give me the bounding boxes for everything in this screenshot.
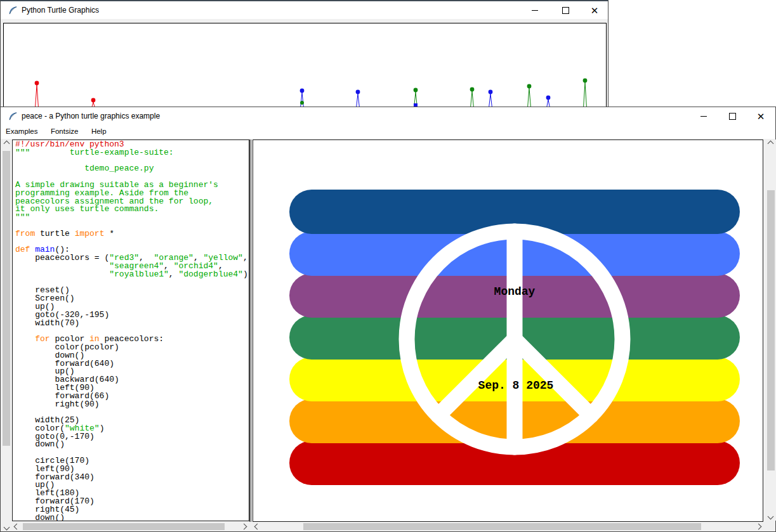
turtle-figure-dot — [489, 90, 493, 94]
scrollbar-thumb[interactable] — [767, 190, 775, 470]
chevron-down-icon — [3, 524, 10, 531]
canvas-horizontal-scrollbar[interactable] — [253, 522, 763, 531]
scroll-down-button[interactable] — [765, 512, 776, 521]
turtle-figure-dot — [91, 98, 96, 103]
code-line: tdemo_peace.py — [15, 165, 249, 173]
peace-drawing: Monday Sep. 8 2025 — [253, 140, 763, 521]
turtle-figure-dot — [583, 79, 588, 83]
code-line: """ — [15, 214, 249, 222]
turtle-figure-stem — [489, 94, 492, 108]
minimize-button[interactable] — [525, 1, 544, 19]
chevron-up-icon — [3, 141, 10, 147]
code-vertical-scrollbar[interactable] — [1, 139, 11, 531]
turtle-figure-stem — [528, 88, 531, 108]
window-title: peace - a Python turtle graphics example — [22, 107, 160, 125]
turtle-figure-stem — [584, 82, 587, 108]
close-button[interactable]: ✕ — [585, 1, 604, 19]
chevron-left-icon — [13, 524, 20, 530]
tk-feather-icon — [8, 6, 18, 15]
chevron-right-icon — [755, 524, 761, 530]
scroll-left-button[interactable] — [12, 522, 21, 531]
scroll-right-button[interactable] — [239, 522, 248, 531]
code-line: down() — [15, 514, 249, 521]
turtle-figure-dot — [414, 88, 418, 93]
turtle-drawing-canvas[interactable]: Monday Sep. 8 2025 — [253, 139, 763, 522]
turtle-figure-dot — [300, 89, 305, 93]
turtle-figure-dot — [35, 81, 39, 86]
turtle-figure-stem — [301, 93, 304, 108]
turtle-figure-dot — [300, 101, 304, 105]
scroll-left-button[interactable] — [253, 522, 261, 531]
source-code-text: #!/usr/bin/env python3""" turtle-example… — [13, 140, 249, 521]
pane-divider[interactable] — [249, 139, 251, 522]
menu-fontsize[interactable]: Fontsize — [46, 125, 83, 139]
turtle-figure-dot — [356, 90, 360, 94]
chevron-left-icon — [254, 524, 260, 530]
minimize-button[interactable] — [694, 107, 713, 125]
titlebar[interactable]: Python Turtle Graphics ✕ — [1, 1, 608, 19]
source-code-pane[interactable]: #!/usr/bin/env python3""" turtle-example… — [12, 139, 249, 521]
turtle-figure-dot — [527, 84, 532, 89]
code-line: right(90) — [15, 401, 249, 409]
code-line: """ turtle-example-suite: — [15, 149, 249, 157]
code-line: "royalblue1", "dodgerblue4") — [15, 271, 249, 279]
scroll-right-button[interactable] — [754, 522, 763, 531]
date-label: Sep. 8 2025 — [478, 379, 554, 392]
demo-content-area: #!/usr/bin/env python3""" turtle-example… — [1, 139, 775, 531]
code-horizontal-scrollbar[interactable] — [12, 522, 249, 531]
scrollbar-thumb[interactable] — [23, 523, 225, 530]
scroll-down-button[interactable] — [1, 523, 11, 531]
code-line: it only uses turtle commands. — [15, 205, 249, 214]
chevron-down-icon — [768, 514, 774, 520]
canvas-vertical-scrollbar[interactable] — [765, 139, 776, 521]
close-icon: ✕ — [757, 112, 765, 121]
turtle-figure-stem — [471, 91, 474, 108]
scrollbar-thumb[interactable] — [3, 151, 10, 446]
menu-bar: Examples Fontsize Help — [1, 125, 775, 139]
tk-feather-icon — [8, 112, 18, 121]
turtle-figure-stem — [357, 94, 360, 108]
code-line: down() — [15, 441, 249, 449]
window-peace-demo: peace - a Python turtle graphics example… — [0, 107, 776, 532]
turtle-figures-drawing — [4, 23, 606, 108]
minimize-icon — [532, 10, 538, 11]
chevron-up-icon — [768, 141, 774, 147]
window-title: Python Turtle Graphics — [22, 1, 99, 19]
maximize-icon — [729, 113, 736, 120]
menu-help[interactable]: Help — [86, 125, 112, 139]
menu-examples[interactable]: Examples — [1, 125, 43, 139]
turtle-figure-dot — [546, 96, 551, 100]
maximize-button[interactable] — [723, 107, 742, 125]
code-line: from turtle import * — [15, 230, 249, 238]
turtle-figure-dot — [470, 88, 475, 92]
minimize-icon — [700, 116, 707, 117]
scroll-up-button[interactable] — [765, 139, 776, 148]
scroll-up-button[interactable] — [1, 139, 11, 148]
scrollbar-thumb[interactable] — [303, 523, 701, 530]
maximize-icon — [562, 7, 569, 14]
titlebar[interactable]: peace - a Python turtle graphics example… — [1, 107, 775, 125]
chevron-right-icon — [240, 524, 247, 530]
turtle-graphics-canvas[interactable] — [3, 23, 607, 110]
window-python-turtle-graphics: Python Turtle Graphics ✕ — [0, 0, 608, 108]
turtle-figure-stem — [36, 85, 39, 108]
desktop: Python Turtle Graphics ✕ peace - a Pytho… — [0, 0, 776, 532]
close-button[interactable]: ✕ — [751, 107, 770, 125]
code-line: width(70) — [15, 320, 249, 328]
maximize-button[interactable] — [556, 1, 575, 19]
weekday-label: Monday — [494, 285, 536, 298]
close-icon: ✕ — [591, 6, 599, 15]
